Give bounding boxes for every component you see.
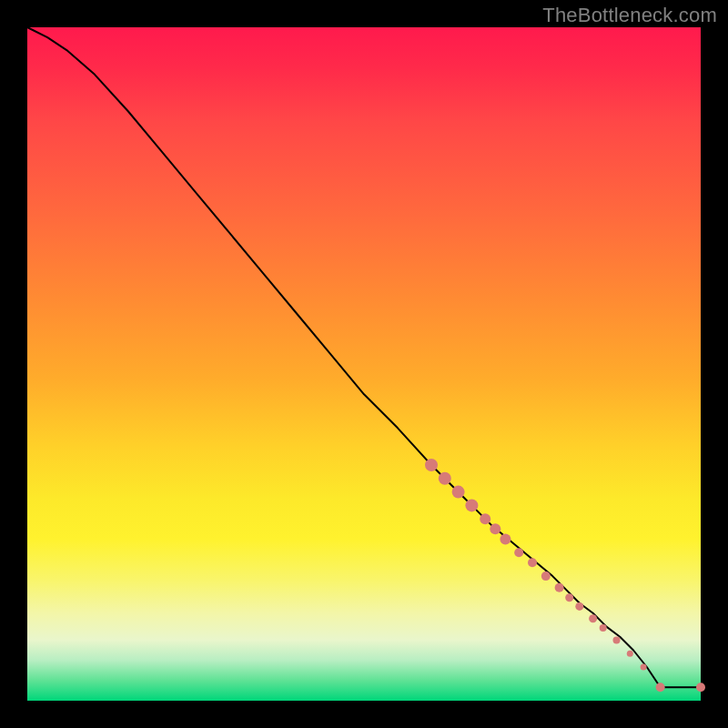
data-point	[490, 523, 500, 534]
data-point	[641, 664, 647, 671]
data-point	[465, 499, 478, 511]
chart-stage: TheBottleneck.com	[0, 0, 728, 728]
data-point	[452, 486, 465, 499]
data-point	[627, 651, 633, 657]
data-point	[696, 682, 705, 692]
data-point	[589, 614, 597, 622]
data-point	[565, 593, 573, 602]
data-point	[439, 472, 451, 485]
attribution-text: TheBottleneck.com	[542, 4, 717, 27]
data-point	[555, 583, 564, 592]
data-point	[656, 682, 665, 692]
data-point	[541, 571, 551, 581]
data-point	[425, 459, 438, 471]
plot-area	[27, 27, 701, 701]
data-point	[500, 533, 511, 544]
data-point	[480, 513, 490, 524]
data-point	[528, 558, 537, 567]
markers-group	[425, 459, 705, 692]
data-point	[600, 624, 607, 632]
chart-svg	[27, 27, 701, 701]
data-point	[575, 602, 583, 611]
data-point	[514, 548, 523, 557]
data-point	[613, 636, 621, 643]
curve-line	[27, 27, 701, 687]
